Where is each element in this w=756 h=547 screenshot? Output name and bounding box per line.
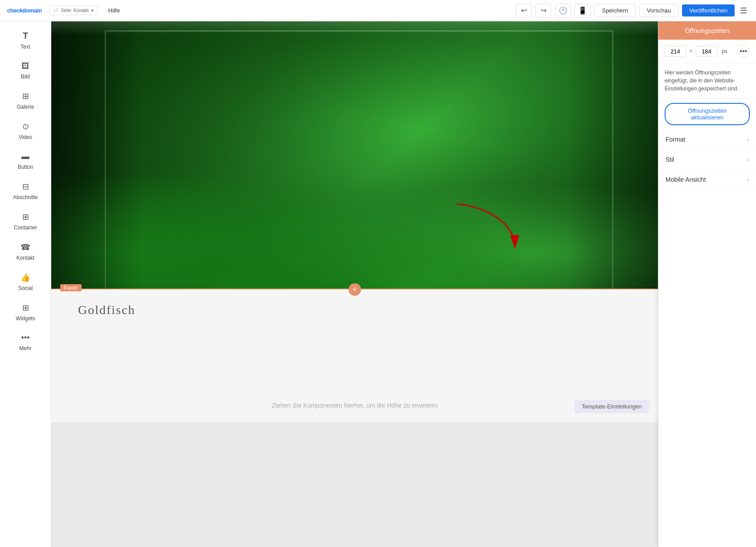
width-input[interactable]: [665, 46, 686, 57]
update-hours-button[interactable]: Öffnungszeiten aktualisieren: [665, 103, 750, 125]
sidebar-item-video[interactable]: ⊙ Video: [2, 116, 49, 146]
height-input[interactable]: [696, 46, 717, 57]
hamburger-menu[interactable]: ☰: [738, 4, 749, 17]
main-layout: T Text 🖼 Bild ⊞ Galerie ⊙ Video ▬ Button…: [0, 21, 756, 547]
size-unit: px: [722, 48, 727, 54]
add-section-button[interactable]: +: [349, 283, 361, 296]
panel-section-stil[interactable]: Stil ›: [658, 150, 756, 170]
publish-button[interactable]: Veröffentlichen: [682, 4, 735, 16]
top-navigation: checkdomain 📄 Seite: Kontakt ▾ Hilfe ↩ ↪…: [0, 0, 756, 21]
mobile-preview-button[interactable]: 📱: [575, 4, 591, 18]
page-icon: 📄: [53, 8, 58, 13]
page-label: Seite: Kontakt: [61, 8, 89, 13]
mobile-label: Mobile Ansicht: [666, 176, 706, 183]
sidebar-label-galerie: Galerie: [17, 104, 34, 110]
save-button[interactable]: Speichern: [594, 4, 636, 17]
sidebar-label-bild: Bild: [21, 73, 30, 80]
mobile-chevron: ›: [747, 176, 749, 183]
undo-button[interactable]: ↩: [516, 4, 532, 18]
template-settings-button[interactable]: Template-Einstellungen: [575, 400, 649, 413]
panel-section-format[interactable]: Format ›: [658, 130, 756, 150]
image-icon: 🖼: [21, 61, 29, 71]
sidebar-item-social[interactable]: 👍 Social: [2, 267, 49, 297]
sidebar-label-social: Social: [18, 285, 33, 291]
size-more-button[interactable]: •••: [737, 45, 750, 57]
right-panel: Öffnungszeiten ✕ px ••• Hier werden Öffn…: [658, 21, 756, 547]
more-icon: •••: [21, 333, 30, 343]
button-icon: ▬: [21, 152, 29, 161]
sidebar-item-mehr[interactable]: ••• Mehr: [2, 328, 49, 357]
nav-actions: ↩ ↪ 🕐 📱 Speichern Vorschau Veröffentlich…: [516, 4, 749, 18]
sidebar-label-kontakt: Kontakt: [16, 255, 35, 261]
text-icon: T: [23, 31, 28, 41]
panel-size-row: ✕ px •••: [658, 40, 756, 63]
chevron-down-icon: ▾: [91, 8, 94, 13]
sidebar-label-button: Button: [18, 164, 33, 170]
sidebar-label-abschnitte: Abschnitte: [13, 194, 38, 200]
page-selector[interactable]: 📄 Seite: Kontakt ▾: [49, 6, 98, 15]
panel-header: Öffnungszeiten: [658, 21, 756, 40]
stil-label: Stil: [666, 156, 674, 163]
sections-icon: ⊟: [22, 182, 29, 192]
stil-chevron: ›: [747, 156, 749, 163]
sidebar-item-bild[interactable]: 🖼 Bild: [2, 56, 49, 85]
sidebar-item-button[interactable]: ▬ Button: [2, 147, 49, 176]
brand-logo: checkdomain: [7, 7, 42, 14]
widgets-icon: ⊞: [22, 303, 29, 313]
sidebar-item-container[interactable]: ⊞ Container: [2, 207, 49, 236]
hilfe-link[interactable]: Hilfe: [108, 7, 120, 14]
sidebar-item-abschnitte[interactable]: ⊟ Abschnitte: [2, 176, 49, 206]
size-separator: ✕: [689, 48, 693, 54]
footer-section: Footer + Goldfisch +49 (0) 456789000 00 …: [51, 289, 658, 422]
sidebar-item-kontakt[interactable]: ☎ Kontakt: [2, 237, 49, 266]
panel-title: Öffnungszeiten: [685, 27, 730, 34]
sidebar-label-container: Container: [14, 225, 37, 231]
footer-logo: Goldfisch: [78, 303, 135, 317]
contact-icon: ☎: [21, 242, 30, 252]
history-button[interactable]: 🕐: [555, 4, 571, 18]
panel-section-mobile[interactable]: Mobile Ansicht ›: [658, 170, 756, 190]
sidebar-label-text: Text: [21, 44, 30, 50]
sidebar: T Text 🖼 Bild ⊞ Galerie ⊙ Video ▬ Button…: [0, 21, 51, 547]
canvas-area[interactable]: Footer + Goldfisch +49 (0) 456789000 00 …: [51, 21, 658, 547]
gallery-icon: ⊞: [22, 91, 29, 101]
format-label: Format: [666, 136, 685, 143]
video-icon: ⊙: [22, 122, 29, 131]
sidebar-label-video: Video: [19, 134, 32, 140]
sidebar-item-text[interactable]: T Text: [2, 25, 49, 55]
sidebar-label-mehr: Mehr: [19, 345, 31, 351]
drag-hint: Ziehen Sie Komponenten hierher, um die H…: [272, 402, 438, 409]
social-icon: 👍: [21, 273, 30, 282]
footer-label: Footer: [60, 284, 82, 291]
panel-info-text: Hier werden Öffnungszeiten eingefügt, di…: [665, 69, 739, 92]
format-chevron: ›: [747, 136, 749, 143]
sidebar-item-galerie[interactable]: ⊞ Galerie: [2, 86, 49, 115]
footer-logo-area: Goldfisch: [78, 303, 135, 317]
aquarium-background: [51, 21, 658, 289]
sidebar-item-widgets[interactable]: ⊞ Widgets: [2, 298, 49, 327]
sidebar-label-widgets: Widgets: [16, 315, 35, 322]
undo2-button[interactable]: ↪: [535, 4, 551, 18]
panel-info: Hier werden Öffnungszeiten eingefügt, di…: [658, 63, 756, 98]
preview-button[interactable]: Vorschau: [639, 4, 678, 17]
container-icon: ⊞: [22, 212, 29, 222]
